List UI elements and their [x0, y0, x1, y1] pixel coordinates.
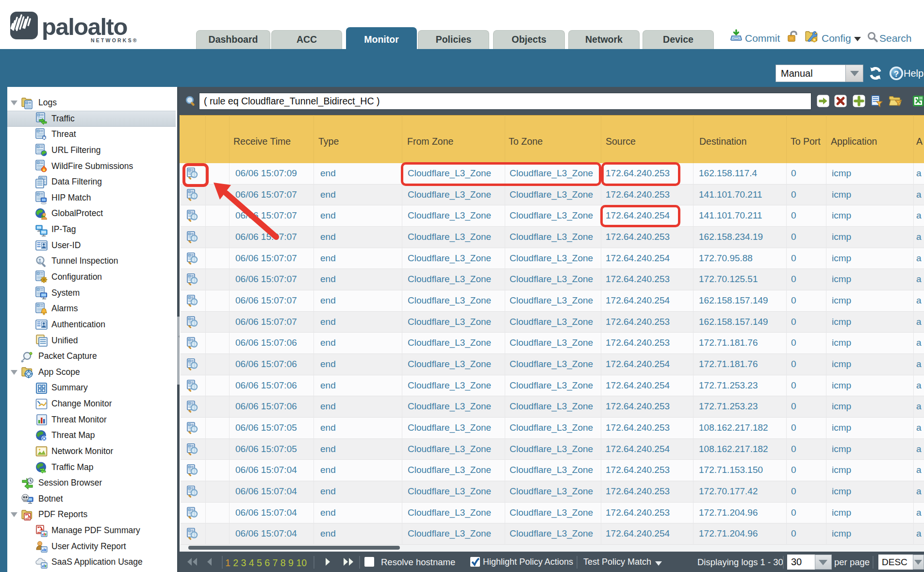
- svg-text:NETWORKS®: NETWORKS®: [91, 37, 138, 43]
- svg-text:?: ?: [894, 69, 899, 79]
- svg-text:paloalto: paloalto: [42, 14, 127, 40]
